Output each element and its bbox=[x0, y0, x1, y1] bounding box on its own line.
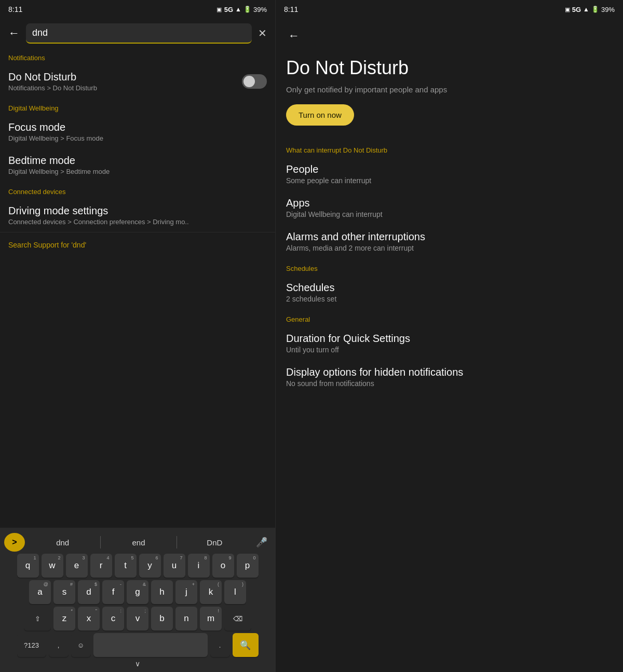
key-period[interactable]: . bbox=[210, 633, 230, 657]
search-back-button[interactable]: ← bbox=[6, 24, 22, 42]
key-g[interactable]: g& bbox=[127, 580, 148, 604]
dnd-subtitle-left: Notifications > Do Not Disturb bbox=[8, 84, 97, 92]
key-w[interactable]: w2 bbox=[42, 554, 63, 578]
search-input-wrap[interactable]: dnd bbox=[26, 23, 252, 44]
key-p[interactable]: p0 bbox=[237, 554, 259, 578]
right-battery-icon: 🔋 bbox=[591, 6, 599, 13]
focus-mode-title: Focus mode bbox=[8, 121, 103, 133]
bedtime-mode-title: Bedtime mode bbox=[8, 155, 110, 167]
suggestion-end[interactable]: end bbox=[103, 535, 174, 550]
sim-icon: ▣ bbox=[216, 6, 222, 13]
right-item-display-options[interactable]: Display options for hidden notifications… bbox=[286, 360, 613, 394]
key-l[interactable]: l) bbox=[224, 580, 246, 604]
apps-title: Apps bbox=[286, 197, 613, 209]
suggestion-arrow[interactable]: > bbox=[4, 533, 25, 552]
section-header-digital-wellbeing: Digital Wellbeing bbox=[0, 98, 275, 115]
driving-mode-subtitle: Connected devices > Connection preferenc… bbox=[8, 218, 189, 226]
key-a[interactable]: a@ bbox=[29, 580, 51, 604]
result-focus-mode[interactable]: Focus mode Digital Wellbeing > Focus mod… bbox=[0, 115, 275, 148]
key-num-switch[interactable]: ?123 bbox=[17, 633, 46, 657]
keyboard: > dnd end DnD 🎤 q1 w2 e3 r4 t5 y6 u7 i8 … bbox=[0, 528, 275, 672]
key-q[interactable]: q1 bbox=[17, 554, 39, 578]
key-t[interactable]: t5 bbox=[115, 554, 137, 578]
dnd-toggle[interactable] bbox=[242, 74, 267, 89]
right-sim-icon: ▣ bbox=[565, 6, 570, 13]
signal-icon: ▲ bbox=[235, 6, 241, 13]
right-item-people[interactable]: People Some people can interrupt bbox=[286, 157, 613, 191]
left-time: 8:11 bbox=[8, 5, 22, 13]
battery-icon: 🔋 bbox=[243, 6, 251, 13]
key-x[interactable]: x" bbox=[78, 607, 100, 630]
right-content: ← Do Not Disturb Only get notified by im… bbox=[276, 19, 623, 672]
right-item-alarms[interactable]: Alarms and other interruptions Alarms, m… bbox=[286, 225, 613, 258]
key-o[interactable]: o9 bbox=[212, 554, 234, 578]
key-b[interactable]: b bbox=[151, 607, 173, 630]
keyboard-row-2: a@ s# d$ f- g& h j+ k( l) bbox=[2, 580, 273, 604]
search-bar: ← dnd ✕ bbox=[0, 19, 275, 48]
right-status-bar: 8:11 ▣ 5G ▲ 🔋 39% bbox=[276, 0, 623, 19]
key-f[interactable]: f- bbox=[102, 580, 124, 604]
result-driving-mode[interactable]: Driving mode settings Connected devices … bbox=[0, 199, 275, 232]
nav-indicator: ∨ bbox=[2, 660, 273, 670]
right-battery-label: 39% bbox=[601, 6, 615, 13]
left-panel: 8:11 ▣ 5G ▲ 🔋 39% ← dnd ✕ Notifications … bbox=[0, 0, 275, 672]
key-search-action[interactable]: 🔍 bbox=[233, 633, 259, 657]
duration-subtitle: Until you turn off bbox=[286, 346, 613, 354]
section-header-notifications: Notifications bbox=[0, 48, 275, 65]
duration-title: Duration for Quick Settings bbox=[286, 333, 613, 345]
key-i[interactable]: i8 bbox=[188, 554, 210, 578]
left-status-icons: ▣ 5G ▲ 🔋 39% bbox=[216, 6, 267, 13]
right-network-label: 5G bbox=[572, 6, 581, 13]
key-y[interactable]: y6 bbox=[139, 554, 161, 578]
result-do-not-disturb[interactable]: Do Not Disturb Notifications > Do Not Di… bbox=[0, 65, 275, 98]
key-j[interactable]: j+ bbox=[175, 580, 197, 604]
keyboard-row-3: ⇧ z* x" c: v; b n m! ⌫ bbox=[2, 607, 273, 630]
schedules-title: Schedules bbox=[286, 282, 613, 294]
key-emoji[interactable]: ☺ bbox=[71, 633, 91, 657]
right-back-button[interactable]: ← bbox=[286, 27, 302, 45]
dnd-page-title: Do Not Disturb bbox=[286, 57, 613, 79]
key-z[interactable]: z* bbox=[53, 607, 75, 630]
toggle-thumb bbox=[243, 76, 255, 87]
keyboard-row-4: ?123 , ☺ . 🔍 bbox=[2, 633, 273, 657]
right-signal-icon: ▲ bbox=[583, 6, 589, 13]
mic-button[interactable]: 🎤 bbox=[252, 533, 271, 552]
key-r[interactable]: r4 bbox=[90, 554, 112, 578]
key-u[interactable]: u7 bbox=[164, 554, 185, 578]
search-input[interactable]: dnd bbox=[32, 28, 246, 38]
suggestions-row: > dnd end DnD 🎤 bbox=[2, 531, 273, 554]
turn-on-button[interactable]: Turn on now bbox=[286, 104, 354, 126]
battery-label: 39% bbox=[253, 6, 267, 13]
left-status-bar: 8:11 ▣ 5G ▲ 🔋 39% bbox=[0, 0, 275, 19]
right-item-duration[interactable]: Duration for Quick Settings Until you tu… bbox=[286, 326, 613, 360]
search-clear-button[interactable]: ✕ bbox=[256, 27, 269, 39]
key-m[interactable]: m! bbox=[200, 607, 222, 630]
apps-subtitle: Digital Wellbeing can interrupt bbox=[286, 210, 613, 218]
right-item-schedules[interactable]: Schedules 2 schedules set bbox=[286, 276, 613, 309]
suggestion-dnd2[interactable]: DnD bbox=[179, 535, 250, 550]
right-item-apps[interactable]: Apps Digital Wellbeing can interrupt bbox=[286, 191, 613, 225]
key-c[interactable]: c: bbox=[102, 607, 124, 630]
key-v[interactable]: v; bbox=[127, 607, 148, 630]
suggestion-dnd[interactable]: dnd bbox=[27, 535, 98, 550]
key-comma[interactable]: , bbox=[49, 633, 69, 657]
focus-mode-subtitle: Digital Wellbeing > Focus mode bbox=[8, 134, 103, 142]
people-title: People bbox=[286, 163, 613, 175]
key-space[interactable] bbox=[93, 633, 208, 657]
key-k[interactable]: k( bbox=[200, 580, 222, 604]
key-d[interactable]: d$ bbox=[78, 580, 100, 604]
key-backspace[interactable]: ⌫ bbox=[224, 607, 251, 630]
alarms-subtitle: Alarms, media and 2 more can interrupt bbox=[286, 244, 613, 252]
section-header-schedules: Schedules bbox=[286, 258, 613, 276]
suggestion-divider-2 bbox=[177, 536, 177, 548]
search-support-link[interactable]: Search Support for 'dnd' bbox=[0, 232, 275, 257]
right-time: 8:11 bbox=[284, 5, 298, 13]
key-s[interactable]: s# bbox=[53, 580, 75, 604]
key-h[interactable]: h bbox=[151, 580, 173, 604]
nav-chevron-icon: ∨ bbox=[135, 660, 140, 668]
key-n[interactable]: n bbox=[175, 607, 197, 630]
key-e[interactable]: e3 bbox=[66, 554, 88, 578]
result-bedtime-mode[interactable]: Bedtime mode Digital Wellbeing > Bedtime… bbox=[0, 148, 275, 182]
key-shift[interactable]: ⇧ bbox=[24, 607, 51, 630]
schedules-subtitle: 2 schedules set bbox=[286, 295, 613, 303]
